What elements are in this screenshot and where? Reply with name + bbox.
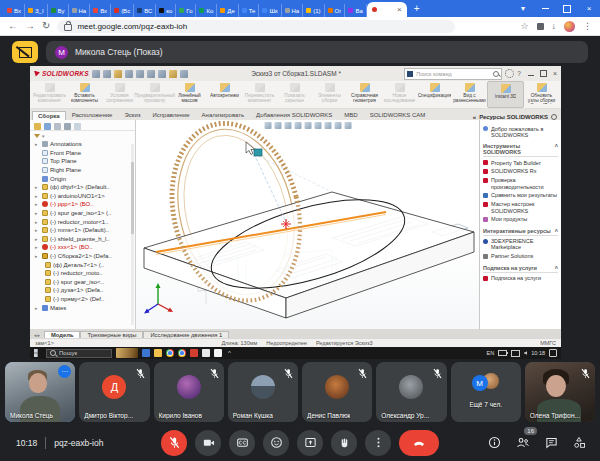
collapse-section-icon[interactable]: ˄ [555,143,558,155]
tree-item-mates[interactable]: ▸Mates [30,303,135,312]
welcome-link[interactable]: Добро пожаловать в SOLIDWORKS [483,126,558,139]
tree-filter[interactable]: ▾ [30,131,135,140]
display-style-icon[interactable] [314,122,321,129]
participant-tile-kyrylo[interactable]: Кирило Іванов [154,362,224,422]
participant-tile-mykola[interactable]: ⋯ Микола Стець [5,362,75,422]
section-view-icon[interactable] [294,122,301,129]
minimize-button[interactable] [534,8,556,9]
tree-item-top-plane[interactable]: Top Plane [30,157,135,166]
taskbar-app-red[interactable] [190,349,198,357]
print-icon[interactable] [136,70,144,78]
ribbon-move-component[interactable]: Переместить компонент [242,81,277,108]
browser-tab[interactable]: Ву [48,4,69,17]
new-tab-button[interactable]: + [414,0,420,17]
tree-item-component[interactable]: ▸(-) shield_puente_h_l.. [30,235,135,244]
tree-item-subcomponent[interactable]: (-) reductor_moto.. [30,269,135,278]
undo-icon[interactable] [147,70,155,78]
address-bar[interactable]: meet.google.com/pqz-eaxb-ioh [57,20,455,33]
raise-hand-button[interactable] [331,430,357,456]
view-orientation-icon[interactable] [304,122,311,129]
back-icon[interactable]: ← [8,21,18,31]
ribbon-bom[interactable]: Спецификация [417,81,452,108]
tree-item-origin[interactable]: Origin [30,174,135,183]
redo-icon[interactable] [158,70,166,78]
presenter-bar[interactable]: М Микола Стець (Показ) [46,41,588,63]
browser-tab[interactable]: (1) [303,4,324,17]
tree-item-right-plane[interactable]: Right Plane [30,166,135,175]
tab-layout[interactable]: Расположение [66,110,119,120]
taskbar-app-doc[interactable] [214,349,222,357]
tree-item-component[interactable]: ▸(-) spur gear_iso<1> (.. [30,209,135,218]
people-button[interactable]: 16 [516,436,530,449]
tree-item-component[interactable]: ▸(ф) dhjvf<1> (Default.. [30,183,135,192]
battery-icon[interactable] [498,350,507,356]
new-document-icon[interactable] [103,70,111,78]
browser-tab[interactable]: Вх [90,4,111,17]
participant-tile-olena[interactable]: Олена Трифон... [525,362,595,422]
mic-toggle-button[interactable] [161,430,187,456]
collapse-section-icon[interactable]: ˄ [555,228,558,234]
browser-tab[interactable]: Ко [196,4,217,17]
download-icon[interactable]: ↓ [552,21,557,31]
info-button[interactable] [488,436,501,449]
ribbon-show-hidden[interactable]: Показать скрытые компоненты [277,81,312,108]
language-indicator[interactable]: EN [487,350,495,356]
reload-icon[interactable]: ↻ [42,21,50,31]
browser-tab[interactable]: Вх [4,4,25,17]
taskpane-link[interactable]: Мои продукты [483,216,558,222]
tree-item-subassembly[interactable]: ▸(-) Сборка2<1> (Defa.. [30,252,135,261]
taskbar-app-grid[interactable] [202,349,210,357]
chat-button[interactable] [545,436,558,449]
featuremanager-tab-icon[interactable] [34,123,41,130]
camera-toggle-button[interactable] [195,430,221,456]
tab-close-icon[interactable]: × [397,6,402,14]
save-icon[interactable] [125,70,133,78]
browser-tab[interactable]: Шк [259,4,281,17]
tree-item-component-error[interactable]: ▸(-) ppp<1> (БО.. [30,200,135,209]
browser-tab[interactable]: З_І [25,4,48,17]
presenting-indicator[interactable] [12,41,38,63]
taskbar-widget-image[interactable] [116,348,138,358]
options-gear-icon[interactable] [505,69,514,78]
taskpane-link[interactable]: Проверка производительности [483,177,558,190]
more-options-button[interactable] [365,430,391,456]
ribbon-assembly-features[interactable]: Элементы сборки [312,81,347,108]
tree-item-subcomponent[interactable]: (-) пряму<2> (Def.. [30,295,135,304]
taskpane-section-header[interactable]: Интерактивные ресурсы˄ [483,228,558,236]
ribbon-component-preview[interactable]: Предварительный просмотр [137,81,172,108]
tab-assembly[interactable]: Сборка [32,111,66,120]
start-button[interactable] [34,349,42,357]
chevron-down-icon[interactable]: ▾ [512,0,534,17]
tree-item-subcomponent[interactable]: (-) дуза<1> (Defa.. [30,286,135,295]
taskbar-app-explorer[interactable] [154,349,162,357]
ribbon-motion-study[interactable]: Новое исследование движения [382,81,417,108]
browser-tab-active-meet[interactable]: × [367,2,407,17]
rebuild-icon[interactable] [180,70,188,78]
browser-tab[interactable]: Ог [325,4,346,17]
browser-tab[interactable]: Де [217,4,238,17]
command-search-box[interactable]: Поиск команд [404,68,502,80]
taskbar-search[interactable]: Пошук [46,349,112,358]
tree-item-subcomponent[interactable]: (-) spur gear_iso<.. [30,278,135,287]
tab-3d-views[interactable]: Трехмерные виды [80,331,143,338]
tree-item-component[interactable]: ▸(-) arduinoUNO1<1> [30,192,135,201]
volume-icon[interactable] [524,351,527,355]
close-button[interactable]: × [578,0,600,17]
status-units[interactable]: ММГС [540,340,556,346]
home-icon[interactable] [92,70,100,78]
tab-model[interactable]: Модель [44,331,80,338]
tree-item-component[interactable]: ▸(-) mms<1> (Default).. [30,226,135,235]
participant-tile-roman[interactable]: Роман Кушка [228,362,298,422]
extensions-icon[interactable] [537,23,544,30]
taskpane-link[interactable]: Мастер настроек SOLIDWORKS [483,201,558,214]
participant-tile-dmytro[interactable]: Д Дмитро Віктор... [79,362,149,422]
appearance-icon[interactable] [334,122,341,129]
tree-item-component-error[interactable]: ▸(-) ххх<1> (БО.. [30,243,135,252]
tree-item-annotations[interactable]: ▸Annotations [30,140,135,149]
ribbon-update-speedpak[interactable]: Обновить узлы сборки SpeedPak [524,81,559,108]
notification-icon[interactable] [549,349,557,357]
end-call-button[interactable] [399,430,439,456]
hide-show-icon[interactable] [324,122,331,129]
participant-tile-denys[interactable]: Денис Павлюк [302,362,372,422]
taskpane-section-header[interactable]: Инструменты SOLIDWORKS˄ [483,143,558,157]
